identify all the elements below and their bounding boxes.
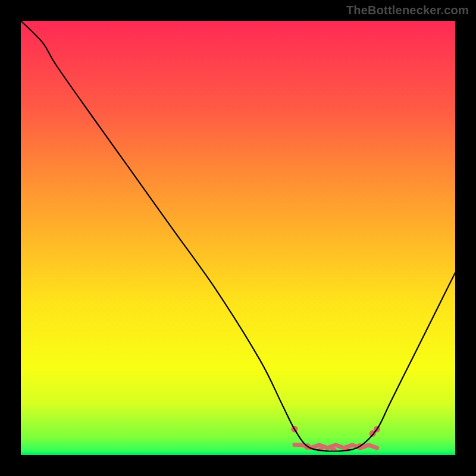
plot-svg [21, 21, 455, 455]
green-bottom-edge [21, 452, 455, 455]
chart-frame: TheBottlenecker.com [0, 0, 476, 476]
highlight-markers [291, 426, 380, 455]
attribution-text: TheBottlenecker.com [346, 4, 469, 17]
bottleneck-curve [21, 21, 455, 452]
plot-area [21, 21, 455, 455]
